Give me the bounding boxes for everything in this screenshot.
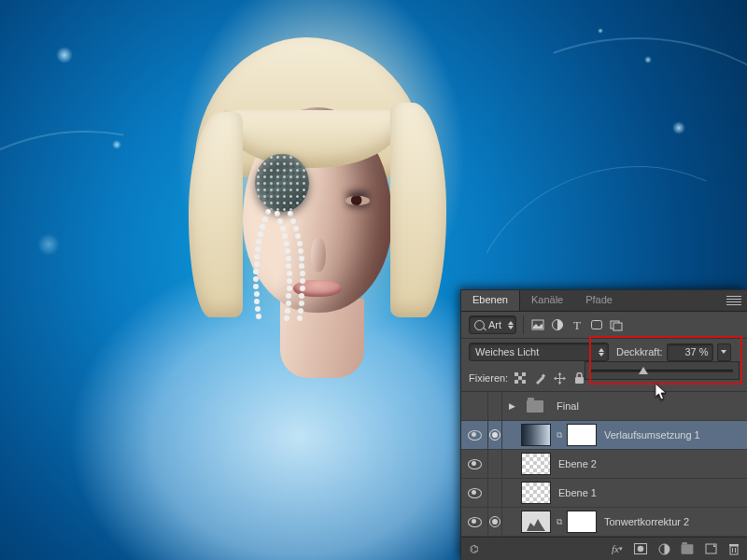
mask-link-icon[interactable]: ⧉ (555, 518, 563, 526)
tab-layers[interactable]: Ebenen (461, 290, 520, 311)
opacity-dropdown-button[interactable] (717, 343, 731, 361)
text-icon[interactable]: T (570, 317, 585, 332)
mask-link-icon[interactable]: ⧉ (555, 431, 563, 440)
layer-thumbnail[interactable] (521, 511, 551, 533)
trash-icon[interactable] (726, 541, 741, 556)
lock-label: Fixieren: (469, 372, 508, 384)
fx-indicator-icon[interactable] (489, 516, 500, 527)
blend-mode-value: Weiches Licht (475, 346, 539, 357)
image-filter-icon[interactable] (530, 317, 545, 332)
layers-panel: Ebenen Kanäle Pfade Art T Weiches Licht … (460, 289, 747, 560)
layer-row-raster[interactable]: Ebene 2 (461, 450, 747, 479)
fx-indicator-icon[interactable] (489, 429, 500, 441)
eye-icon (468, 517, 482, 527)
tab-channels[interactable]: Kanäle (520, 290, 574, 311)
layer-row-group[interactable]: ▶ Final (461, 392, 747, 421)
layer-thumbnail[interactable] (521, 453, 551, 475)
layer-row-levels[interactable]: ⧉ Tonwertkorrektur 2 (461, 508, 747, 537)
lock-move-icon[interactable] (553, 371, 566, 385)
eye-icon (468, 430, 482, 441)
disclosure-triangle-icon[interactable]: ▶ (506, 401, 517, 411)
lock-paint-icon[interactable] (533, 371, 546, 385)
mask-icon[interactable] (633, 541, 648, 556)
svg-rect-8 (522, 372, 526, 376)
svg-rect-10 (522, 380, 526, 384)
mask-thumbnail[interactable] (567, 511, 597, 533)
fill-adjustment-icon[interactable] (656, 541, 671, 556)
visibility-toggle[interactable] (465, 517, 484, 527)
opacity-label: Deckkraft: (616, 346, 663, 357)
search-icon (474, 320, 485, 330)
opacity-value: 37 % (684, 346, 708, 357)
eye-icon (468, 459, 482, 469)
opacity-input[interactable]: 37 % (667, 343, 713, 361)
layer-row-gradient-map[interactable]: ⧉ Verlaufsumsetzung 1 (461, 421, 747, 450)
blend-mode-select[interactable]: Weiches Licht (469, 343, 609, 361)
svg-rect-12 (575, 377, 584, 384)
layer-name[interactable]: Tonwertkorrektur 2 (604, 516, 743, 527)
layer-name[interactable]: Ebene 1 (558, 487, 743, 498)
layer-name[interactable]: Verlaufsumsetzung 1 (604, 429, 743, 441)
mask-thumbnail[interactable] (567, 424, 597, 446)
visibility-toggle[interactable] (465, 488, 484, 498)
svg-point-14 (638, 546, 644, 553)
svg-rect-4 (613, 323, 622, 330)
visibility-toggle[interactable] (465, 459, 484, 469)
layer-list: ▶ Final ⧉ Verlaufsumsetzung 1 Ebene 2 E (461, 392, 747, 537)
svg-rect-17 (730, 546, 738, 554)
svg-rect-6 (514, 372, 518, 376)
panel-tabs: Ebenen Kanäle Pfade (461, 290, 747, 312)
eye-icon (468, 488, 482, 498)
layer-row-raster[interactable]: Ebene 1 (461, 479, 747, 508)
filter-type-label: Art (488, 319, 501, 330)
visibility-toggle[interactable] (465, 430, 484, 441)
opacity-slider-popup (585, 361, 740, 380)
svg-rect-2 (592, 321, 602, 329)
layer-thumbnail[interactable] (521, 424, 551, 446)
layer-filter-toolbar: Art T (461, 312, 747, 339)
tab-paths[interactable]: Pfade (574, 290, 624, 311)
svg-rect-7 (518, 376, 522, 380)
svg-rect-9 (514, 380, 518, 384)
panel-menu-button[interactable] (721, 290, 747, 311)
svg-rect-18 (729, 544, 739, 546)
group-icon[interactable] (680, 541, 695, 556)
layer-thumbnail[interactable] (521, 482, 551, 504)
layer-name[interactable]: Final (557, 400, 743, 412)
adjustment-icon[interactable] (550, 317, 565, 332)
folder-icon (521, 396, 549, 416)
new-layer-icon[interactable] (703, 541, 718, 556)
opacity-slider[interactable] (591, 370, 733, 372)
shape-icon[interactable] (589, 317, 604, 332)
panel-footer: ⌬ fx▾ (461, 537, 747, 560)
layer-filter-type-select[interactable]: Art (469, 315, 516, 334)
opacity-slider-thumb[interactable] (639, 367, 648, 374)
link-icon[interactable]: ⌬ (467, 541, 482, 556)
smart-object-icon[interactable] (609, 317, 624, 332)
lock-transparency-icon[interactable] (514, 371, 527, 385)
fx-icon[interactable]: fx▾ (610, 541, 625, 556)
layer-name[interactable]: Ebene 2 (558, 458, 743, 469)
